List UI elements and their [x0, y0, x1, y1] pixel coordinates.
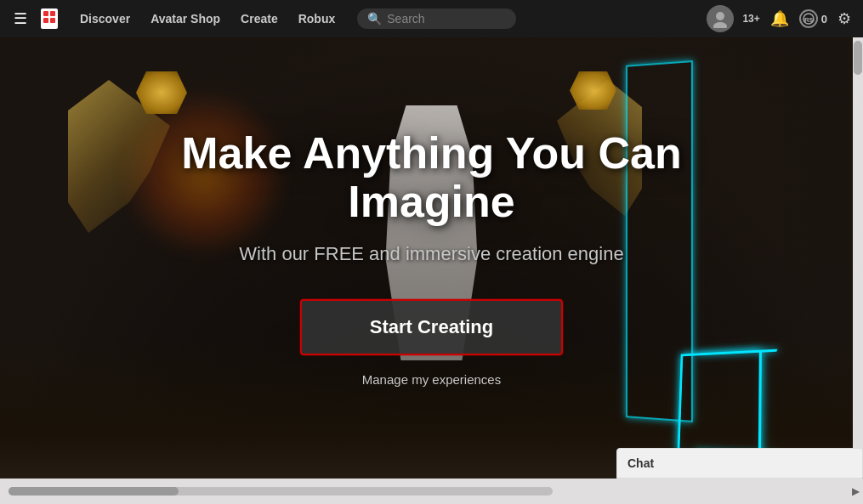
- svg-text:R$: R$: [804, 16, 814, 24]
- nav-robux[interactable]: Robux: [290, 7, 344, 31]
- avatar[interactable]: [707, 5, 734, 32]
- navbar: ☰ Discover Avatar Shop Create Robux 🔍 13…: [0, 0, 863, 37]
- bottom-bar: ▶: [0, 479, 863, 504]
- nav-avatar-shop[interactable]: Avatar Shop: [142, 7, 229, 31]
- nav-create[interactable]: Create: [232, 7, 287, 31]
- robux-area[interactable]: R$ 0: [799, 9, 827, 28]
- scrollbar-right[interactable]: [853, 37, 863, 467]
- start-creating-button[interactable]: Start Creating: [300, 299, 563, 355]
- hero-title: Make Anything You Can Imagine: [134, 129, 730, 226]
- hamburger-menu[interactable]: ☰: [10, 6, 31, 31]
- svg-rect-3: [43, 18, 48, 23]
- hero-section: Make Anything You Can Imagine With our F…: [0, 37, 863, 504]
- settings-icon[interactable]: ⚙: [836, 8, 853, 30]
- svg-point-6: [713, 22, 727, 28]
- scroll-right-arrow[interactable]: ▶: [852, 485, 863, 497]
- search-icon: 🔍: [367, 12, 382, 25]
- nav-links: Discover Avatar Shop Create Robux: [71, 7, 343, 31]
- search-input[interactable]: [387, 12, 506, 25]
- roblox-logo[interactable]: [37, 7, 61, 31]
- svg-point-5: [716, 12, 724, 20]
- age-badge: 13+: [742, 13, 759, 25]
- svg-rect-4: [50, 18, 55, 23]
- svg-rect-2: [50, 11, 55, 16]
- nav-discover[interactable]: Discover: [71, 7, 139, 31]
- scrollbar-thumb[interactable]: [854, 41, 862, 75]
- hero-subtitle: With our FREE and immersive creation eng…: [239, 243, 623, 265]
- svg-rect-1: [43, 11, 48, 16]
- notifications-icon[interactable]: 🔔: [769, 8, 791, 30]
- manage-experiences-link[interactable]: Manage my experiences: [362, 372, 501, 387]
- hero-content: Make Anything You Can Imagine With our F…: [0, 37, 863, 504]
- nav-right-controls: 13+ 🔔 R$ 0 ⚙: [707, 5, 853, 32]
- search-bar[interactable]: 🔍: [357, 8, 516, 29]
- horizontal-scrollbar-track[interactable]: [9, 487, 553, 496]
- chat-widget[interactable]: Chat: [616, 448, 863, 479]
- chat-label: Chat: [627, 456, 654, 470]
- horizontal-scrollbar-thumb[interactable]: [9, 487, 179, 496]
- robux-icon: R$: [799, 9, 818, 28]
- robux-count: 0: [821, 13, 827, 25]
